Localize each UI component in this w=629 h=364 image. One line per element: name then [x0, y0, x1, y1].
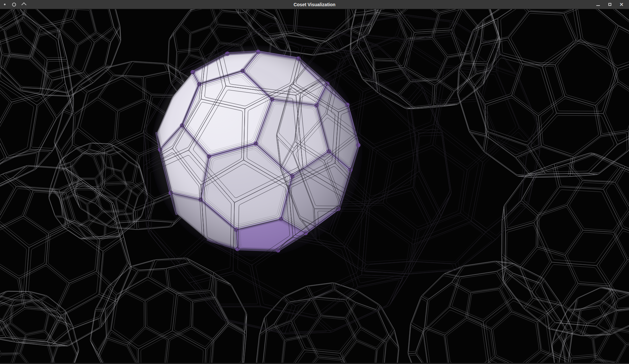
dot-icon[interactable] [4, 4, 6, 5]
window-controls: ✕ [594, 1, 629, 8]
close-button[interactable]: ✕ [618, 1, 625, 8]
viewport-canvas[interactable] [0, 9, 629, 363]
titlebar[interactable]: Coset Visualization ✕ [0, 0, 629, 9]
maximize-button[interactable] [606, 1, 613, 8]
circle-icon[interactable] [12, 3, 16, 7]
minimize-icon [596, 5, 600, 6]
maximize-icon [608, 3, 611, 6]
viewport [0, 9, 629, 363]
chevron-up-icon[interactable] [21, 2, 26, 8]
titlebar-left-icons [0, 3, 26, 7]
minimize-button[interactable] [594, 1, 602, 8]
app-window: Coset Visualization ✕ [0, 0, 629, 364]
close-icon: ✕ [620, 2, 624, 7]
window-title: Coset Visualization [0, 0, 629, 9]
